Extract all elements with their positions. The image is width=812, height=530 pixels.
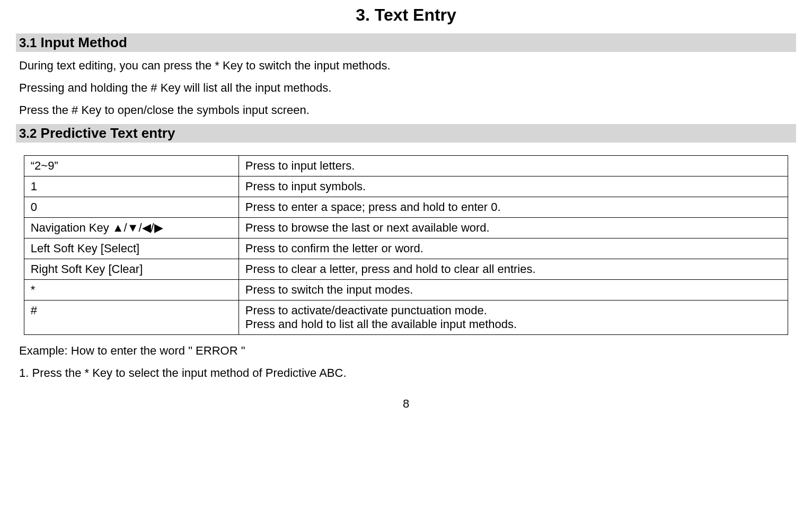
desc-cell: Press to browse the last or next availab… [239, 217, 788, 238]
section-3-1-header: 3.1 Input Method [16, 33, 796, 52]
section-3-1-label: Input Method [37, 34, 127, 50]
desc-cell: Press to activate/deactivate punctuation… [239, 300, 788, 334]
nav-key-prefix: Navigation Key [31, 221, 112, 234]
desc-cell: Press to clear a letter, press and hold … [239, 259, 788, 279]
desc-cell: Press to input letters. [239, 155, 788, 176]
desc-cell: Press to input symbols. [239, 176, 788, 197]
predictive-text-table: “2~9” Press to input letters. 1 Press to… [24, 155, 789, 335]
section-3-2-header: 3.2 Predictive Text entry [16, 124, 796, 143]
chapter-title: 3. Text Entry [16, 5, 796, 25]
key-cell: Right Soft Key [Clear] [24, 259, 239, 279]
table-row: # Press to activate/deactivate punctuati… [24, 300, 788, 334]
table-row: Left Soft Key [Select] Press to confirm … [24, 238, 788, 259]
desc-line-1: Press to activate/deactivate punctuation… [245, 304, 782, 317]
key-cell: * [24, 279, 239, 300]
example-step-1: 1. Press the * Key to select the input m… [19, 365, 793, 382]
example-heading: Example: How to enter the word " ERROR " [19, 342, 793, 359]
page-number: 8 [16, 397, 796, 411]
table-row: 1 Press to input symbols. [24, 176, 788, 197]
key-cell: 0 [24, 197, 239, 217]
key-cell: “2~9” [24, 155, 239, 176]
navigation-arrows-icon: ▲/▼/◀/▶ [112, 221, 163, 234]
desc-line-2: Press and hold to list all the available… [245, 317, 782, 331]
desc-cell: Press to switch the input modes. [239, 279, 788, 300]
table-row: 0 Press to enter a space; press and hold… [24, 197, 788, 217]
desc-cell: Press to confirm the letter or word. [239, 238, 788, 259]
paragraph-1: During text editing, you can press the *… [19, 57, 793, 74]
section-3-2-label: Predictive Text entry [37, 125, 175, 141]
key-cell: Left Soft Key [Select] [24, 238, 239, 259]
table-row: Right Soft Key [Clear] Press to clear a … [24, 259, 788, 279]
key-cell: Navigation Key ▲/▼/◀/▶ [24, 217, 239, 238]
paragraph-2: Pressing and holding the # Key will list… [19, 80, 793, 96]
table-row: Navigation Key ▲/▼/◀/▶ Press to browse t… [24, 217, 788, 238]
section-3-2-number: 3.2 [19, 126, 37, 140]
page-content: 3. Text Entry 3.1 Input Method During te… [0, 0, 812, 421]
section-3-1-number: 3.1 [19, 36, 37, 50]
paragraph-3: Press the # Key to open/close the symbol… [19, 102, 793, 119]
key-cell: 1 [24, 176, 239, 197]
table-row: “2~9” Press to input letters. [24, 155, 788, 176]
key-cell: # [24, 300, 239, 334]
table-row: * Press to switch the input modes. [24, 279, 788, 300]
desc-cell: Press to enter a space; press and hold t… [239, 197, 788, 217]
